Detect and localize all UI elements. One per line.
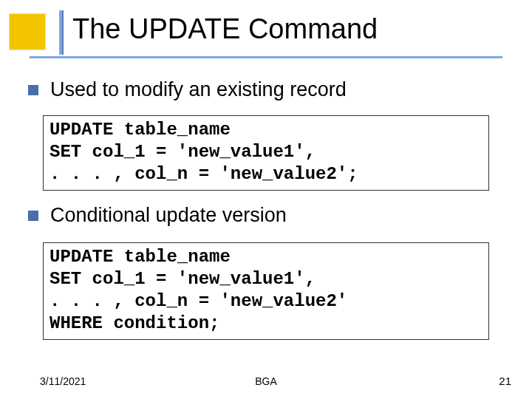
bullet-square-icon (28, 85, 38, 95)
bullet-item-2: Conditional update version (28, 204, 287, 227)
code-line: SET col_1 = 'new_value1', (50, 141, 482, 163)
bullet-text: Used to modify an existing record (50, 78, 347, 101)
code-line: UPDATE table_name (50, 119, 482, 141)
bullet-square-icon (28, 211, 38, 221)
footer-center: BGA (0, 375, 532, 387)
title-underline (30, 56, 502, 58)
code-box-2: UPDATE table_name SET col_1 = 'new_value… (43, 242, 489, 340)
code-line: . . . , col_n = 'new_value2' (50, 290, 482, 313)
bullet-item-1: Used to modify an existing record (28, 78, 347, 101)
code-box-1: UPDATE table_name SET col_1 = 'new_value… (43, 115, 489, 191)
footer-page-number: 21 (499, 375, 511, 387)
title-accent-bar (59, 10, 64, 55)
code-line: WHERE condition; (50, 313, 482, 335)
title-accent-square (9, 13, 46, 50)
code-line: . . . , col_n = 'new_value2'; (50, 163, 482, 185)
bullet-text: Conditional update version (50, 204, 287, 227)
code-line: SET col_1 = 'new_value1', (50, 268, 482, 290)
code-line: UPDATE table_name (50, 246, 482, 268)
slide-title: The UPDATE Command (72, 13, 378, 45)
